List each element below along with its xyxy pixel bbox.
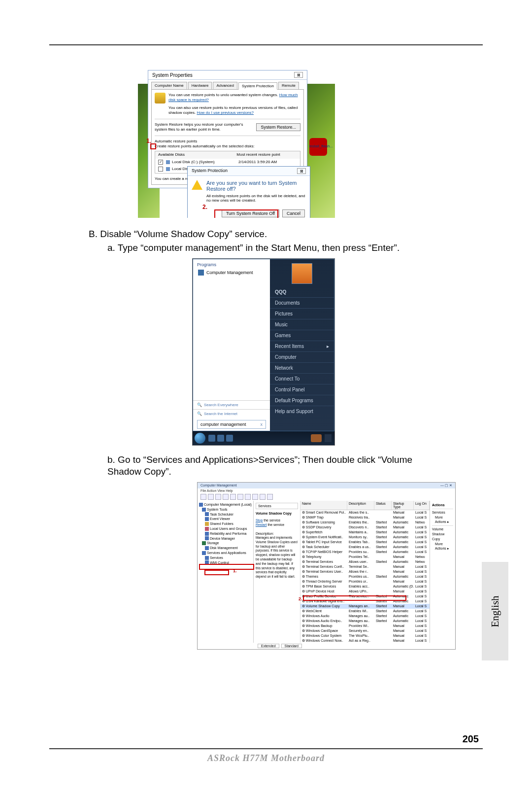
tree-services-apps[interactable]: Services and Applications (202, 551, 252, 555)
close-icon[interactable]: ⊠ (294, 72, 303, 78)
sm-recent-items[interactable]: Recent Items▸ (270, 341, 334, 351)
col-logon[interactable]: Log On (414, 501, 430, 510)
restart-icon[interactable] (267, 494, 273, 500)
close-icon[interactable]: ⊠ (297, 168, 306, 174)
export-icon[interactable] (230, 494, 236, 500)
quicklaunch-icon[interactable] (226, 435, 233, 442)
tab-hardware[interactable]: Hardware (188, 82, 212, 89)
tree-item[interactable]: Local Users and Groups (205, 526, 252, 531)
service-row[interactable]: ⚙ Windows BackupProvides Wi..ManualLocal… (300, 624, 430, 628)
sm-help[interactable]: Help and Support (270, 406, 334, 416)
tree-storage[interactable]: Storage (202, 541, 252, 546)
stop-link[interactable]: Stop (256, 519, 263, 522)
service-row[interactable]: ⚙ Tablet PC Input ServiceEnables Tab..St… (300, 540, 430, 545)
sm-control-panel[interactable]: Control Panel (270, 384, 334, 395)
service-row[interactable]: ⚙ TelephonyProvides Tel..ManualNetwo (300, 555, 430, 559)
start-search-input[interactable]: computer management x (197, 420, 266, 429)
sm-computer[interactable]: Computer (270, 351, 334, 362)
col-status[interactable]: Status (374, 501, 392, 510)
stop-icon[interactable] (252, 494, 258, 500)
tree-root[interactable]: Computer Management (Local) (199, 502, 252, 507)
tab-remote[interactable]: Remote (278, 82, 299, 89)
tree-disk-mgmt[interactable]: Disk Management (205, 546, 252, 551)
col-startup[interactable]: Startup Type (392, 501, 414, 510)
quicklaunch-icon[interactable] (208, 435, 215, 442)
service-row[interactable]: ⚙ Terminal Services User..Allows the r..… (300, 569, 430, 574)
back-icon[interactable] (200, 494, 206, 500)
tab-advanced[interactable]: Advanced (213, 82, 237, 89)
service-row[interactable]: ⚙ Windows Connect Now..Act as a Reg..Man… (300, 638, 430, 643)
sm-connect-to[interactable]: Connect To (270, 373, 334, 384)
svc-logon: Local S (414, 584, 430, 589)
service-row[interactable]: ⚙ SSDP DiscoveryDiscovers n..StartedManu… (300, 525, 430, 530)
tab-system-protection[interactable]: System Protection (238, 82, 277, 90)
tree-services[interactable]: Services (205, 555, 252, 560)
service-row[interactable]: ⚙ Windows Color SystemThe WcsPlu..Manual… (300, 633, 430, 638)
tree-item[interactable]: Event Viewer (205, 517, 252, 521)
forward-icon[interactable] (208, 494, 214, 500)
window-title: System Properties (152, 72, 193, 78)
search-internet[interactable]: 🔍 Search the Internet (193, 409, 270, 418)
service-row[interactable]: ⚙ WebClientEnables Wi..StartedAutomaticL… (300, 609, 430, 614)
props-icon[interactable] (215, 494, 221, 500)
program-computer-management[interactable]: Computer Management (193, 268, 270, 277)
service-row[interactable]: ⚙ Smart Card Removal Pol..Allows the s..… (300, 510, 430, 515)
refresh-icon[interactable] (223, 494, 229, 500)
turn-restore-off-button[interactable]: Turn System Restore Off (222, 209, 279, 217)
search-everywhere[interactable]: 🔍 Search Everywhere (193, 400, 270, 409)
service-row[interactable]: ⚙ Terminal Services Confi..Terminal Se..… (300, 564, 430, 569)
lock-icon[interactable] (325, 434, 332, 442)
tab-computer-name[interactable]: Computer Name (151, 82, 187, 89)
service-row[interactable]: ⚙ UPnP Device HostAllows UPn..ManualLoca… (300, 589, 430, 594)
tree-system-tools[interactable]: System Tools (202, 507, 252, 512)
tree-item[interactable]: Shared Folders (205, 521, 252, 526)
sm-games[interactable]: Games (270, 330, 334, 341)
tree-item[interactable]: Reliability and Performa (205, 531, 252, 536)
col-name[interactable]: Name (300, 501, 347, 510)
service-row[interactable]: ⚙ ThemesProvides us..StartedAutomaticLoc… (300, 574, 430, 579)
window-controls[interactable]: — ▢ ✕ (440, 484, 452, 487)
svc-startup: Automatic (392, 609, 414, 614)
play-icon[interactable] (245, 494, 251, 500)
service-row[interactable]: ⚙ Volume Shadow CopyManages an..StartedM… (300, 604, 430, 609)
sm-network[interactable]: Network (270, 362, 334, 373)
quicklaunch-icon[interactable] (217, 435, 224, 442)
help-icon[interactable] (237, 494, 243, 500)
service-row[interactable]: ⚙ Thread Ordering ServerProvides or..Man… (300, 579, 430, 584)
cm-menu-bar[interactable]: File Action View Help (198, 488, 455, 493)
sm-default-programs[interactable]: Default Programs (270, 395, 334, 406)
sm-documents[interactable]: Documents (270, 297, 334, 308)
service-row[interactable]: ⚙ Terminal ServicesAllows user..StartedA… (300, 559, 430, 564)
service-row[interactable]: ⚙ Task SchedulerEnables a us..StartedAut… (300, 545, 430, 550)
sm-pictures[interactable]: Pictures (270, 308, 334, 319)
service-row[interactable]: ⚙ Windows Audio Endpo..Manages au..Start… (300, 619, 430, 624)
previous-versions-link[interactable]: How do I use previous versions? (197, 110, 254, 115)
disk-row-c[interactable]: ✓ Local Disk (C:) (System) 2/14/2011 3:5… (155, 159, 300, 166)
tree-item[interactable]: Device Manager (205, 536, 252, 541)
system-restore-button[interactable]: System Restore... (256, 123, 300, 131)
svc-startup: Manual (392, 628, 414, 633)
power-button-icon[interactable] (311, 434, 322, 442)
actions-more-2[interactable]: More Actions ▸ (432, 542, 453, 552)
start-orb-icon[interactable] (195, 433, 205, 444)
disk-d-checkbox[interactable] (158, 167, 163, 172)
actions-more-1[interactable]: More Actions ▸ (432, 515, 453, 525)
service-row[interactable]: ⚙ SNMP TrapReceives tra..ManualLocal S (300, 515, 430, 520)
service-row[interactable]: ⚙ TCP/IP NetBIOS HelperProvides su..Star… (300, 550, 430, 555)
tree-item[interactable]: Task Scheduler (205, 512, 252, 517)
disk-c-checkbox[interactable]: ✓ (158, 160, 163, 165)
sm-music[interactable]: Music (270, 319, 334, 330)
svc-logon: Local S (414, 569, 430, 574)
service-row[interactable]: ⚙ Windows AudioManages au..StartedAutoma… (300, 614, 430, 619)
clear-icon[interactable]: x (261, 422, 263, 427)
col-desc[interactable]: Description (347, 501, 374, 510)
service-row[interactable]: ⚙ Software LicensingEnables the..Started… (300, 520, 430, 525)
service-row[interactable]: ⚙ SuperfetchMaintains a..StartedAutomati… (300, 530, 430, 535)
svc-name: ⚙ WebClient (300, 609, 347, 614)
service-row[interactable]: ⚙ Windows CardSpaceSecurely en..ManualLo… (300, 628, 430, 633)
service-row[interactable]: ⚙ System Event Notificati..Monitors sy..… (300, 535, 430, 540)
cancel-button[interactable]: Cancel (282, 209, 305, 217)
restart-link[interactable]: Restart (256, 523, 267, 526)
service-row[interactable]: ⚙ TPM Base ServicesEnables acc..Automati… (300, 584, 430, 589)
pause-icon[interactable] (260, 494, 266, 500)
